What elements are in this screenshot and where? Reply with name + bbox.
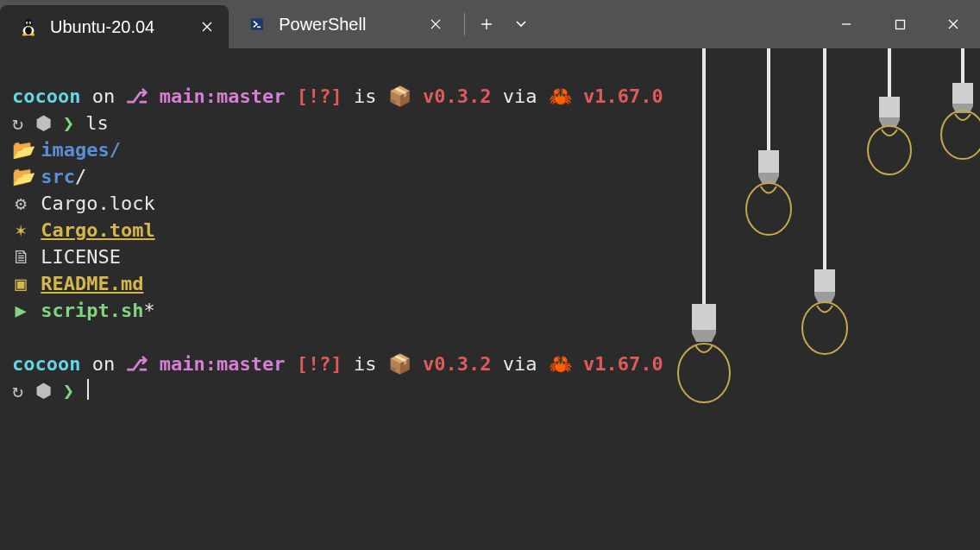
titlebar: Ubuntu-20.04 PowerShell (0, 0, 980, 48)
git-status: [!?] (297, 85, 342, 107)
svg-point-5 (27, 22, 28, 23)
file-suffix: / (110, 139, 121, 161)
file-icon: 📂 (12, 136, 29, 163)
new-tab-button[interactable] (467, 0, 506, 48)
prompt-dir: cocoon (12, 85, 80, 107)
file-name: script.sh (41, 300, 143, 321)
minimize-button[interactable] (820, 0, 873, 48)
tab-ubuntu[interactable]: Ubuntu-20.04 (0, 5, 229, 48)
package-version: v0.3.2 (423, 85, 491, 107)
svg-point-2 (25, 27, 32, 35)
close-icon[interactable] (430, 18, 442, 30)
prompt-line-2: ↻ ⬢ ❯ ls (12, 112, 109, 134)
tab-label: Ubuntu-20.04 (50, 17, 154, 37)
tab-powershell[interactable]: PowerShell (229, 0, 457, 48)
titlebar-spacer (536, 0, 820, 48)
rust-version: v1.67.0 (583, 85, 663, 107)
tab-label: PowerShell (279, 15, 366, 35)
window-close-button[interactable] (927, 0, 980, 48)
terminal-output[interactable]: cocoon on ⎇ main:master [!?] is 📦 v0.3.2… (0, 48, 980, 416)
file-name: Cargo.toml (41, 219, 154, 241)
window-controls (820, 0, 980, 48)
tux-icon (19, 17, 38, 36)
file-name: Cargo.lock (41, 193, 154, 214)
file-icon: ▶ (12, 297, 29, 324)
svg-point-8 (30, 34, 35, 36)
file-name: images (41, 139, 109, 161)
file-name: README.md (41, 273, 143, 294)
file-icon: ✶ (12, 217, 29, 243)
prompt-line-1: cocoon on ⎇ main:master [!?] is 📦 v0.3.2… (12, 85, 663, 107)
prompt-line-4: ↻ ⬢ ❯ (12, 380, 89, 401)
file-name: src (41, 166, 75, 187)
shell-icon: ⬢ (35, 112, 52, 134)
maximize-button[interactable] (873, 0, 927, 48)
file-icon: 🗎 (12, 243, 29, 270)
prompt-line-3: cocoon on ⎇ main:master [!?] is 📦 v0.3.2… (12, 353, 663, 375)
package-icon: 📦 (388, 85, 411, 107)
ls-output: 📂 images/ 📂 src/ ⚙ Cargo.lock ✶ Cargo.to… (12, 139, 155, 321)
svg-rect-9 (895, 20, 904, 28)
prompt-caret: ❯ (63, 112, 74, 134)
git-branch-icon: ⎇ (126, 85, 148, 107)
close-icon[interactable] (201, 21, 213, 33)
svg-point-6 (29, 22, 30, 23)
command-text: ls (85, 112, 109, 134)
divider (464, 13, 465, 35)
git-branch: main:master (160, 85, 286, 107)
powershell-icon (248, 15, 267, 34)
file-suffix: * (143, 300, 154, 321)
file-icon: ⚙ (12, 190, 29, 217)
file-icon: 📂 (12, 163, 29, 190)
os-icon: ↻ (12, 112, 23, 134)
cursor (87, 379, 89, 400)
file-suffix: / (75, 166, 86, 187)
rust-icon: 🦀 (549, 85, 572, 107)
file-name: LICENSE (41, 246, 121, 268)
tab-dropdown-button[interactable] (506, 0, 536, 48)
svg-point-7 (22, 34, 28, 36)
file-icon: ▣ (12, 270, 29, 297)
